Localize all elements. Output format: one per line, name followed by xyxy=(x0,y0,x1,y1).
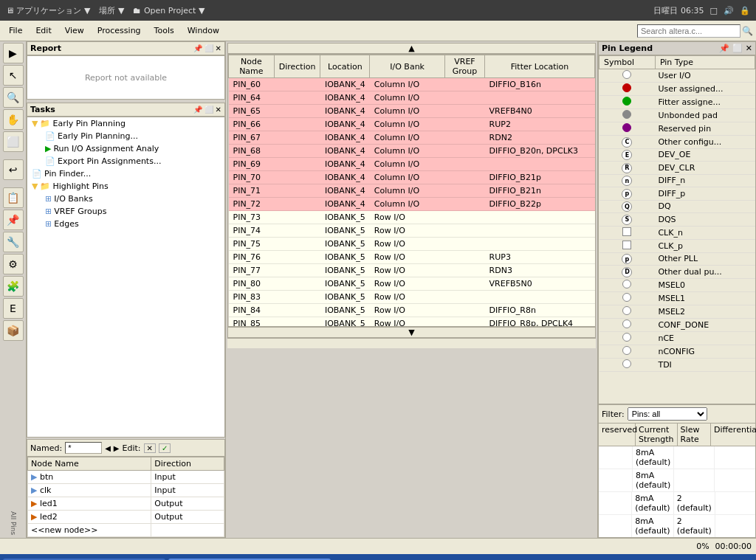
menu-file[interactable]: File xyxy=(3,24,28,38)
tree-item-export-pin[interactable]: 📄 Export Pin Assignments... xyxy=(27,155,224,167)
tree-item-edges[interactable]: ⊞ Edges xyxy=(27,218,224,230)
tree-label-pin-finder: Pin Finder... xyxy=(44,169,91,179)
menu-window[interactable]: Window xyxy=(182,24,225,38)
toolbar-hand[interactable]: ✋ xyxy=(3,109,24,130)
location-menu[interactable]: 場所 ▼ xyxy=(99,5,124,16)
legend-col-symbol: Symbol xyxy=(599,56,656,69)
report-icon-restore[interactable]: ⬜ xyxy=(205,44,213,52)
pin-legend: Pin Legend 📌 ⬜ ✕ Symbol Pin Type User I/… xyxy=(598,41,756,404)
toolbar-btn1[interactable]: 📋 xyxy=(3,187,24,208)
node-dir-led2: Output xyxy=(151,511,224,524)
node-row-clk[interactable]: ▶ clk Input xyxy=(28,484,224,497)
pin-table-row[interactable]: PIN_72IOBANK_4Column I/ODIFFIO_B22p xyxy=(229,198,595,211)
pin-table-row[interactable]: PIN_83IOBANK_5Row I/O xyxy=(229,291,595,304)
col-current-strength: Current Strength xyxy=(636,424,678,446)
pin-table-row[interactable]: PIN_84IOBANK_5Row I/ODIFFIO_R8n xyxy=(229,304,595,317)
tree-item-run-io[interactable]: ▶ Run I/O Assignment Analy xyxy=(27,142,224,155)
menu-edit[interactable]: Edit xyxy=(30,24,57,38)
tree-item-io-banks[interactable]: ⊞ I/O Banks xyxy=(27,193,224,205)
toolbar-btn3[interactable]: 🔧 xyxy=(3,232,24,252)
tasks-icon-pin[interactable]: 📌 xyxy=(193,106,202,114)
legend-icon-restore[interactable]: ⬜ xyxy=(732,44,743,53)
toolbar-btn4[interactable]: ⚙ xyxy=(3,254,24,274)
legend-icon-close[interactable]: ✕ xyxy=(746,44,752,53)
toolbar-btn5[interactable]: 🧩 xyxy=(3,276,24,297)
scroll-down-btn[interactable]: ▼ xyxy=(227,327,596,338)
pin-table-row[interactable]: PIN_77IOBANK_5Row I/ORDN3 xyxy=(229,264,595,277)
legend-symbol: Q xyxy=(622,201,632,212)
legend-type: CLK_n xyxy=(655,226,755,239)
filter-btn-right[interactable]: ▶ xyxy=(114,444,120,452)
report-icon-close[interactable]: ✕ xyxy=(216,44,221,52)
search-button[interactable]: 🔍 xyxy=(742,26,753,36)
filter-select[interactable]: Pins: all Pins: assigned Pins: unassigne… xyxy=(628,407,707,421)
legend-icon-pin[interactable]: 📌 xyxy=(719,44,729,53)
tasks-icon-close[interactable]: ✕ xyxy=(216,106,221,114)
scroll-up-btn[interactable]: ▲ xyxy=(227,43,596,54)
search-input[interactable] xyxy=(637,24,740,38)
legend-type: DEV_OE xyxy=(655,148,755,162)
toolbar-cursor[interactable]: ↖ xyxy=(3,65,24,86)
toolbar-select[interactable]: ▶ xyxy=(3,43,24,63)
pin-table-row[interactable]: PIN_69IOBANK_4Column I/O xyxy=(229,158,595,171)
menu-view[interactable]: View xyxy=(59,24,90,38)
legend-type: CONF_DONE xyxy=(655,318,755,331)
node-row-new[interactable]: <<new node>> xyxy=(28,524,224,537)
legend-symbol xyxy=(622,346,631,355)
scrollbar-h[interactable] xyxy=(227,338,596,348)
toolbar-btn6[interactable]: E xyxy=(3,298,24,319)
b1-diff xyxy=(715,446,755,469)
pin-table-row[interactable]: PIN_80IOBANK_5Row I/OVREFB5N0 xyxy=(229,277,595,291)
tasks-icon-restore[interactable]: ⬜ xyxy=(205,106,213,114)
pin-table-row[interactable]: PIN_68IOBANK_4Column I/ODIFFIO_B20n, DPC… xyxy=(229,145,595,158)
node-row-led2[interactable]: ▶ led2 Output xyxy=(28,511,224,524)
tree-item-vref-groups[interactable]: ⊞ VREF Groups xyxy=(27,205,224,218)
pin-table-row[interactable]: PIN_67IOBANK_4Column I/ORDN2 xyxy=(229,131,595,145)
named-input[interactable] xyxy=(65,442,102,454)
pin-table-row[interactable]: PIN_71IOBANK_4Column I/ODIFFIO_B21n xyxy=(229,184,595,198)
tree-label-vref-groups: VREF Groups xyxy=(54,207,106,216)
tree-label-early-pin-planning: Early Pin Planning xyxy=(52,119,126,128)
pin-table-row[interactable]: PIN_76IOBANK_5Row I/ORUP3 xyxy=(229,251,595,264)
legend-row: Unbonded pad xyxy=(599,109,755,122)
node-row-btn[interactable]: ▶ btn Input xyxy=(28,471,224,484)
folder-collapse-icon: ▼ xyxy=(32,119,38,128)
report-icon-pin[interactable]: 📌 xyxy=(193,44,202,52)
legend-row: COther configu... xyxy=(599,136,755,149)
node-row-led1[interactable]: ▶ led1 Output xyxy=(28,497,224,511)
toolbar-btn7[interactable]: 📦 xyxy=(3,320,24,341)
menu-processing[interactable]: Processing xyxy=(92,24,147,38)
pin-table-row[interactable]: PIN_60IOBANK_4Column I/ODIFFIO_B16n xyxy=(229,78,595,91)
filter-btn-left[interactable]: ◀ xyxy=(105,444,111,452)
pin-table-row[interactable]: PIN_85IOBANK_5Row I/ODIFFIO_R8p, DPCLK4 xyxy=(229,317,595,328)
legend-symbol xyxy=(622,70,631,79)
pin-table-row[interactable]: PIN_75IOBANK_5Row I/O xyxy=(229,238,595,251)
tree-item-highlight-pins[interactable]: ▼ 📁 Highlight Pins xyxy=(27,180,224,193)
toolbar-marquee[interactable]: ⬜ xyxy=(3,131,24,152)
app-menu[interactable]: 🖥 アプリケーション ▼ xyxy=(6,5,90,16)
legend-symbol xyxy=(622,293,631,302)
edit-clear-btn[interactable]: ✕ xyxy=(144,443,156,453)
pin-table-row[interactable]: PIN_70IOBANK_4Column I/ODIFFIO_B21p xyxy=(229,171,595,184)
pin-table-row[interactable]: PIN_64IOBANK_4Column I/O xyxy=(229,91,595,105)
tree-item-early-pin-planning-file[interactable]: 📄 Early Pin Planning... xyxy=(27,130,224,142)
node-dir-btn: Input xyxy=(151,471,224,484)
pin-table-row[interactable]: PIN_73IOBANK_5Row I/O xyxy=(229,211,595,224)
edit-ok-btn[interactable]: ✓ xyxy=(159,443,171,453)
pin-table-scroll[interactable]: Node Name Direction Location I/O Bank VR… xyxy=(227,54,596,327)
menu-tools[interactable]: Tools xyxy=(148,24,180,38)
tree-item-early-pin-planning[interactable]: ▼ 📁 Early Pin Planning xyxy=(27,117,224,130)
col-location: Location xyxy=(320,55,370,78)
pin-table-row[interactable]: PIN_65IOBANK_4Column I/OVREFB4N0 xyxy=(229,105,595,118)
toolbar-zoom-in[interactable]: 🔍 xyxy=(3,87,24,108)
edit-label: Edit: xyxy=(123,443,141,453)
legend-symbol xyxy=(622,280,631,288)
pin-table-row[interactable]: PIN_66IOBANK_4Column I/ORUP2 xyxy=(229,118,595,131)
pin-table: Node Name Direction Location I/O Bank VR… xyxy=(228,55,595,327)
toolbar-undo[interactable]: ↩ xyxy=(3,159,24,180)
tree-item-pin-finder[interactable]: 📄 Pin Finder... xyxy=(27,167,224,180)
toolbar-btn2[interactable]: 📌 xyxy=(3,210,24,230)
pin-table-row[interactable]: PIN_74IOBANK_5Row I/O xyxy=(229,224,595,238)
tasks-title: Tasks xyxy=(30,105,55,114)
open-project-menu[interactable]: 🖿 Open Project ▼ xyxy=(133,6,205,15)
